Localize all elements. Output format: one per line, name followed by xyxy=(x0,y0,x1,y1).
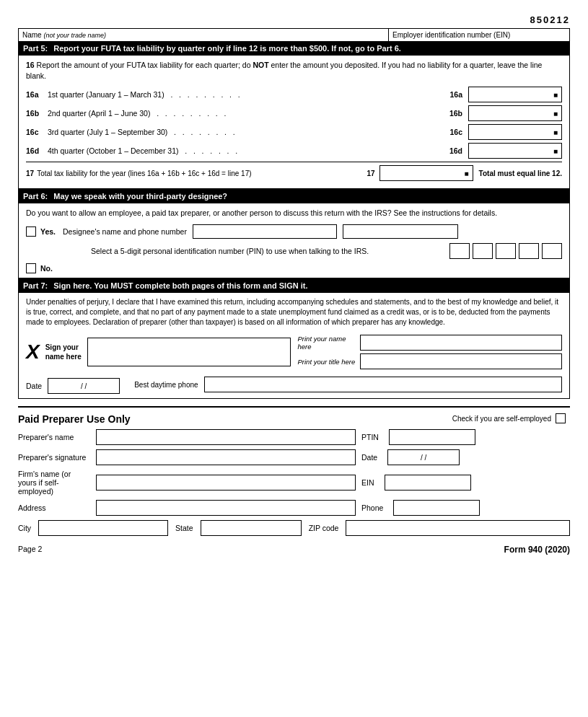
sign-x-icon: X xyxy=(26,340,40,364)
best-phone-input[interactable] xyxy=(204,377,562,392)
header-row: Name (not your trade name) Employer iden… xyxy=(18,28,570,41)
state-input[interactable] xyxy=(201,520,302,536)
page-footer: Page 2 Form 940 (2020) xyxy=(18,545,570,555)
city-input[interactable] xyxy=(38,520,168,536)
penalty-text: Under penalties of perjury, I declare th… xyxy=(26,297,562,327)
firm-name-input[interactable] xyxy=(96,475,356,491)
no-row: No. xyxy=(26,263,562,273)
pin-row: Select a 5-digit personal identification… xyxy=(91,243,562,259)
address-input[interactable] xyxy=(96,500,356,516)
line17-ref: 17 xyxy=(367,170,374,177)
state-label: State xyxy=(175,524,193,532)
quarter-desc-16d: 4th quarter (October 1 – December 31) . … xyxy=(48,146,449,155)
input-16b[interactable]: ■ xyxy=(468,105,562,121)
self-employed-checkbox[interactable] xyxy=(556,413,566,423)
input-17[interactable]: ■ xyxy=(379,165,473,181)
quarter-row-16a: 16a 1st quarter (January 1 – March 31) .… xyxy=(26,87,562,102)
line17-text: Total tax liability for the year (lines … xyxy=(37,170,362,177)
preparer-section: Paid Preparer Use Only Check if you are … xyxy=(18,406,570,536)
sign-input[interactable] xyxy=(87,338,291,366)
designee-label: Designee's name and phone number xyxy=(63,227,187,236)
pin-label: Select a 5-digit personal identification… xyxy=(91,247,442,255)
line17-number: 17 xyxy=(26,170,34,177)
line16-number: 16 xyxy=(26,61,35,69)
yes-label: Yes. xyxy=(40,227,56,236)
phone-input[interactable] xyxy=(393,500,480,516)
best-phone-label: Best daytime phone xyxy=(134,381,198,389)
sign-left: X Sign your name here xyxy=(26,335,291,369)
yes-row: Yes. Designee's name and phone number xyxy=(26,224,562,239)
quarter-ref-16b: 16b xyxy=(449,109,462,118)
preparer-name-input[interactable] xyxy=(96,429,356,445)
firm-ein-label: EIN xyxy=(361,478,374,487)
name-label: Name xyxy=(22,31,42,39)
quarter-label-16d: 16d xyxy=(26,146,48,155)
sign-area: X Sign your name here Print your name he… xyxy=(26,335,562,369)
input-16d[interactable]: ■ xyxy=(468,143,562,159)
header-name: Name (not your trade name) xyxy=(19,29,389,41)
date-input[interactable]: / / xyxy=(48,378,120,394)
pin-box-5[interactable] xyxy=(542,243,562,259)
firm-ein-input[interactable] xyxy=(385,475,471,491)
pin-box-2[interactable] xyxy=(473,243,493,259)
pin-box-3[interactable] xyxy=(496,243,516,259)
quarter-row-16d: 16d 4th quarter (October 1 – December 31… xyxy=(26,143,562,159)
yes-checkbox[interactable] xyxy=(26,226,36,237)
self-employed-label: Check if you are self-employed xyxy=(452,415,551,423)
part5-title: Report your FUTA tax liability by quarte… xyxy=(53,44,401,53)
print-title-input[interactable] xyxy=(360,353,563,369)
designee-phone-input[interactable] xyxy=(343,224,458,239)
preparer-signature-input[interactable] xyxy=(96,449,356,465)
part7-header: Part 7: Sign here. You MUST complete bot… xyxy=(18,278,570,293)
sign-label-line2: name here xyxy=(45,352,82,361)
quarter-desc-16a: 1st quarter (January 1 – March 31) . . .… xyxy=(48,90,449,99)
quarter-ref-16a: 16a xyxy=(449,90,462,99)
date-label: Date xyxy=(26,382,42,390)
name-sublabel: (not your trade name) xyxy=(43,32,106,39)
pin-box-1[interactable] xyxy=(449,243,470,259)
date-row: Date / / xyxy=(26,378,120,394)
no-label: No. xyxy=(40,264,53,273)
header-ein: Employer identification number (EIN) xyxy=(389,29,569,41)
quarter-row-16c: 16c 3rd quarter (July 1 – September 30) … xyxy=(26,124,562,140)
input-16c[interactable]: ■ xyxy=(468,124,562,140)
quarter-label-16b: 16b xyxy=(26,109,48,118)
print-name-label: Print your name here xyxy=(298,335,356,351)
form-number: 850212 xyxy=(18,14,570,25)
input-16a[interactable]: ■ xyxy=(468,87,562,102)
print-title-label: Print your title here xyxy=(298,358,356,366)
preparer-signature-label: Preparer's signature xyxy=(18,453,90,462)
sign-label: Sign your name here xyxy=(45,343,82,361)
quarter-desc-16c: 3rd quarter (July 1 – September 30) . . … xyxy=(48,128,449,136)
sign-right: Print your name here Print your title he… xyxy=(298,335,563,369)
preparer-name-row: Preparer's name PTIN xyxy=(18,429,570,445)
ptin-label: PTIN xyxy=(361,433,379,441)
sign-label-line1: Sign your xyxy=(45,343,82,352)
quarter-label-16a: 16a xyxy=(26,90,48,99)
pin-box-4[interactable] xyxy=(519,243,539,259)
part7-content: Under penalties of perjury, I declare th… xyxy=(18,293,570,399)
address-row: Address Phone xyxy=(18,500,570,516)
quarter-ref-16d: 16d xyxy=(449,146,462,155)
self-employed-row: Check if you are self-employed xyxy=(452,413,570,423)
preparer-date-input[interactable]: / / xyxy=(387,449,460,465)
preparer-name-label: Preparer's name xyxy=(18,433,90,441)
preparer-date-label: Date xyxy=(361,453,377,462)
quarter-ref-16c: 16c xyxy=(449,128,462,136)
part7-title: Sign here. You MUST complete both pages … xyxy=(53,281,307,290)
best-phone-row: Best daytime phone xyxy=(134,377,562,392)
quarter-row-16b: 16b 2nd quarter (April 1 – June 30) . . … xyxy=(26,105,562,121)
part6-header: Part 6: May we speak with your third-par… xyxy=(18,189,570,203)
quarter-label-16c: 16c xyxy=(26,128,48,136)
part6-title: May we speak with your third-party desig… xyxy=(53,192,227,201)
no-checkbox[interactable] xyxy=(26,263,36,273)
designee-name-input[interactable] xyxy=(193,224,337,239)
preparer-signature-row: Preparer's signature Date / / xyxy=(18,449,570,465)
bottom-row: Date / / Best daytime phone xyxy=(26,375,562,394)
line16-text: Report the amount of your FUTA tax liabi… xyxy=(26,61,542,80)
city-state-row: City State ZIP code xyxy=(18,520,570,536)
zip-input[interactable] xyxy=(346,520,570,536)
quarter-desc-16b: 2nd quarter (April 1 – June 30) . . . . … xyxy=(48,109,449,118)
ptin-input[interactable] xyxy=(389,429,475,445)
print-name-input[interactable] xyxy=(360,335,563,351)
